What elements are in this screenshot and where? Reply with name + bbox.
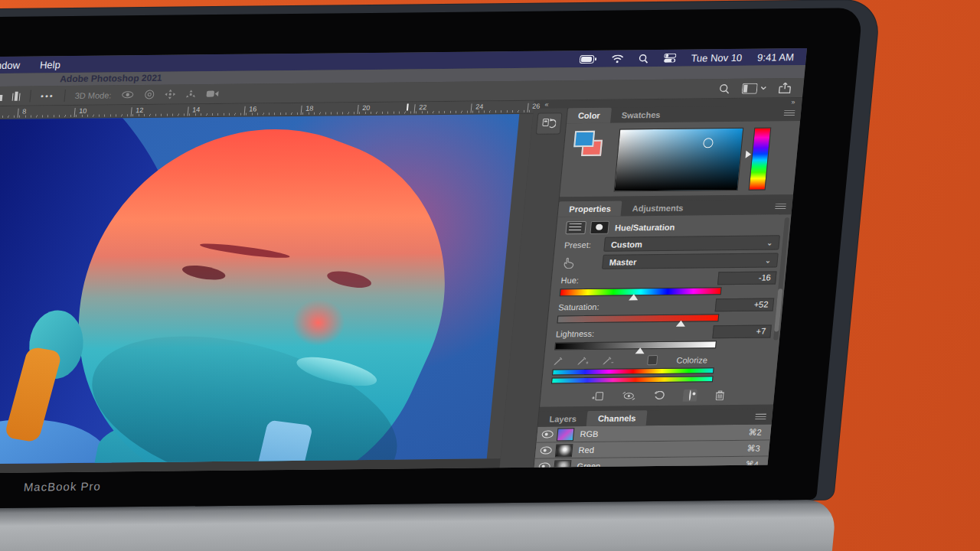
visibility-eye-icon[interactable] [535,446,556,454]
3d-pan-icon[interactable] [165,90,176,99]
workspace-switcher[interactable] [742,83,767,93]
3d-orbit-icon[interactable] [121,90,135,99]
3d-slide-icon[interactable] [185,89,197,99]
ruler-number: 12 [136,106,144,114]
device-label: MacBook Pro [23,480,102,494]
macbook-laptop: ndow Help [0,0,884,551]
window-title: Adobe Photoshop 2021 [60,73,163,84]
saturation-slider: Saturation: +52 [557,298,774,323]
hue-value[interactable]: -16 [717,271,777,285]
distribute-content-icon[interactable] [12,91,21,100]
channel-shortcut: ⌘3 [746,443,760,453]
workspace-content: 8 10 12 14 16 18 20 22 24 26 [0,98,802,474]
chevron-down-icon: ⌄ [766,239,773,246]
chevron-down-icon [760,86,766,90]
foreground-color-swatch[interactable] [573,131,595,147]
ruler-cursor-indicator [407,103,409,110]
menu-help[interactable]: Help [39,59,60,70]
divider [64,90,66,102]
lightness-thumb[interactable] [635,347,645,354]
ruler-number: 10 [79,107,87,115]
colorize-checkbox[interactable] [647,355,658,365]
search-icon[interactable] [719,83,730,94]
eyedropper-plus-icon[interactable] [577,356,589,366]
channel-select[interactable]: Master ⌄ [602,253,779,269]
lightness-value[interactable]: +7 [712,324,772,338]
lightness-track[interactable] [554,341,717,350]
more-options-button[interactable]: ••• [41,91,55,100]
menubar-time[interactable]: 9:41 AM [757,51,795,64]
channel-shortcut: ⌘2 [748,427,762,437]
preset-select[interactable]: Custom ⌄ [603,235,780,251]
hue-thumb[interactable] [629,294,639,300]
panel-menu-icon[interactable] [784,110,795,116]
eyedropper-minus-icon[interactable] [602,356,614,366]
align-content-icon[interactable] [0,91,3,100]
trash-icon[interactable] [714,390,724,400]
saturation-thumb[interactable] [676,321,686,327]
chevron-down-icon: ⌄ [765,256,771,264]
ruler-number: 14 [192,106,201,113]
wifi-icon[interactable] [611,54,623,63]
saturation-label: Saturation: [558,302,599,311]
3d-camera-icon[interactable] [206,90,220,98]
ruler-number: 16 [249,105,257,112]
share-icon[interactable] [778,82,791,93]
visibility-eye-icon[interactable] [537,430,557,438]
control-center-icon[interactable] [663,54,676,63]
laptop-shell: ndow Help [0,0,880,509]
screen-bezel: ndow Help [0,8,863,509]
saturation-brightness-field[interactable] [614,128,744,192]
channel-thumbnail [557,428,575,441]
canvas-image[interactable] [0,114,519,465]
collapse-right-button[interactable]: » [791,98,796,106]
eyedropper-icon[interactable] [553,356,564,366]
collapse-left-button[interactable]: « [544,100,550,108]
menubar-date[interactable]: Tue Nov 10 [691,51,743,64]
tab-color[interactable]: Color [567,108,612,124]
foreground-background-swatches[interactable] [573,131,601,155]
tab-layers[interactable]: Layers [538,411,588,427]
ruler-number: 20 [362,104,371,112]
visibility-toggle-icon[interactable] [682,389,697,401]
tab-adjustments[interactable]: Adjustments [621,201,695,217]
workspace-icon [742,83,758,93]
menu-window[interactable]: ndow [0,59,21,70]
screen-display: ndow Help [0,48,807,474]
lightness-slider: Lightness: +7 [554,324,772,350]
reset-icon[interactable] [653,391,665,400]
panel-menu-icon[interactable] [775,204,786,210]
layer-mask-icon[interactable] [590,221,609,234]
adjustment-layer-icon [565,221,586,234]
search-icon[interactable] [638,54,648,64]
hue-strip-slider[interactable] [746,151,752,158]
properties-panel: Hue/Saturation Preset: Custom ⌄ [540,214,791,406]
preset-label: Preset: [564,240,605,249]
saturation-track[interactable] [557,314,719,323]
ruler-number: 26 [532,103,541,110]
3d-roll-icon[interactable] [144,90,155,99]
tab-channels[interactable]: Channels [586,410,647,426]
clip-to-layer-icon[interactable] [590,392,603,401]
ruler-number: 18 [305,105,314,112]
hue-ramp-before [552,367,714,375]
preset-value: Custom [611,240,643,249]
view-previous-state-icon[interactable] [621,391,635,400]
history-panel-button[interactable] [536,112,563,134]
tab-swatches[interactable]: Swatches [610,107,672,123]
hue-track[interactable] [560,287,722,296]
color-panel [560,121,800,197]
ruler-number: 24 [475,103,484,110]
targeted-adjustment-icon [562,256,577,269]
stage: { "device": { "label": "MacBook Pro" }, … [0,0,980,551]
hue-strip[interactable] [749,127,772,190]
lightness-label: Lightness: [556,328,595,338]
ruler-number: 22 [419,103,427,111]
saturation-value[interactable]: +52 [715,298,775,311]
panel-menu-icon[interactable] [755,414,766,420]
history-icon [541,117,557,129]
scrubby-hand[interactable] [562,256,603,269]
color-field-cursor[interactable] [703,138,714,148]
tab-properties[interactable]: Properties [558,201,622,217]
battery-icon[interactable] [579,54,596,63]
